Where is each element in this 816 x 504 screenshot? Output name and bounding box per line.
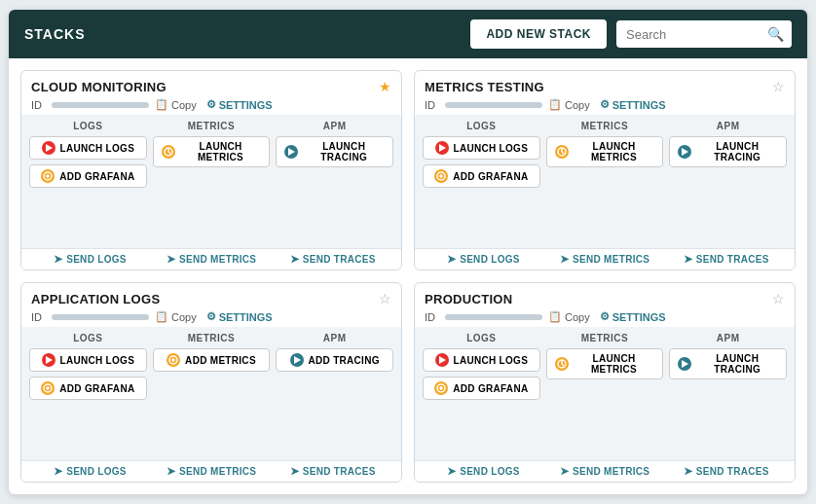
btn-launch-logs[interactable]: LAUNCH LOGS xyxy=(423,136,540,160)
settings-label: SETTINGS xyxy=(612,99,666,111)
stack-title-row: APPLICATION LOGS ☆ xyxy=(31,291,391,306)
btn-add-grafana[interactable]: ADD GRAFANA xyxy=(423,164,540,188)
send-logs-label: SEND LOGS xyxy=(66,466,127,477)
search-input[interactable] xyxy=(616,21,760,48)
send-metrics-link[interactable]: ➤ SEND METRICS xyxy=(151,253,273,266)
copy-icon: 📋 xyxy=(548,310,562,323)
launch-metrics-icon xyxy=(162,145,175,159)
apm-col: APM LAUNCH TRACING xyxy=(669,121,787,242)
btn-label: LAUNCH METRICS xyxy=(574,141,655,162)
settings-button[interactable]: ⚙ SETTINGS xyxy=(206,98,273,111)
metrics-col: METRICS LAUNCH METRICS xyxy=(546,121,664,242)
star-filled-icon[interactable]: ★ xyxy=(379,79,391,94)
btn-add-grafana[interactable]: ADD GRAFANA xyxy=(29,377,147,400)
add-grafana-icon xyxy=(434,169,448,183)
send-logs-label: SEND LOGS xyxy=(460,466,520,477)
send-metrics-label: SEND METRICS xyxy=(179,254,256,265)
apm-col-title: APM xyxy=(717,121,740,131)
btn-launch-logs[interactable]: LAUNCH LOGS xyxy=(29,136,147,160)
id-and-actions: ID 📋 Copy ⚙ SETTINGS xyxy=(31,310,391,323)
search-container: 🔍 xyxy=(616,20,792,48)
add-grafana-icon xyxy=(41,169,55,183)
btn-launch-tracing[interactable]: LAUNCH TRACING xyxy=(669,136,787,167)
btn-label: LAUNCH LOGS xyxy=(454,143,529,154)
copy-label: Copy xyxy=(171,311,197,323)
btn-add-metrics[interactable]: ADD METRICS xyxy=(153,348,271,372)
settings-button[interactable]: ⚙ SETTINGS xyxy=(600,98,666,111)
copy-icon: 📋 xyxy=(155,310,168,323)
add-new-stack-button[interactable]: ADD NEW STACK xyxy=(470,19,607,49)
metrics-col-title: METRICS xyxy=(188,121,236,131)
send-row: ➤ SEND LOGS ➤ SEND METRICS ➤ SEND TRACES xyxy=(21,248,401,270)
send-metrics-arrow-icon: ➤ xyxy=(560,465,569,478)
search-icon-button[interactable]: 🔍 xyxy=(760,20,792,48)
copy-button[interactable]: 📋 Copy xyxy=(155,310,197,323)
stack-header: APPLICATION LOGS ☆ ID 📋 Copy ⚙ SETTINGS xyxy=(21,283,401,327)
svg-marker-16 xyxy=(46,356,53,364)
copy-button[interactable]: 📋 Copy xyxy=(548,310,590,323)
send-row: ➤ SEND LOGS ➤ SEND METRICS ➤ SEND TRACES xyxy=(415,248,795,270)
btn-launch-logs[interactable]: LAUNCH LOGS xyxy=(423,348,540,372)
btn-add-grafana[interactable]: ADD GRAFANA xyxy=(29,164,147,188)
send-traces-arrow-icon: ➤ xyxy=(290,253,299,266)
send-logs-link[interactable]: ➤ SEND LOGS xyxy=(423,465,544,478)
send-logs-link[interactable]: ➤ SEND LOGS xyxy=(29,465,151,478)
send-traces-label: SEND TRACES xyxy=(303,466,376,477)
star-empty-icon[interactable]: ☆ xyxy=(772,79,785,94)
header: STACKS ADD NEW STACK 🔍 xyxy=(9,10,807,58)
send-traces-label: SEND TRACES xyxy=(303,254,376,265)
stack-card-application-logs: APPLICATION LOGS ☆ ID 📋 Copy ⚙ SETTINGS … xyxy=(20,282,402,483)
send-traces-link[interactable]: ➤ SEND TRACES xyxy=(272,465,393,478)
star-empty-icon[interactable]: ☆ xyxy=(772,291,785,306)
launch-metrics-icon xyxy=(555,357,569,371)
stack-card-metrics-testing: METRICS TESTING ☆ ID 📋 Copy ⚙ SETTINGS L… xyxy=(414,70,796,270)
btn-launch-tracing[interactable]: LAUNCH TRACING xyxy=(276,136,393,167)
btn-launch-metrics[interactable]: LAUNCH METRICS xyxy=(546,136,664,167)
launch-logs-icon xyxy=(435,141,449,155)
logs-col: LOGS LAUNCH LOGS ADD GRAFANA xyxy=(29,333,147,454)
settings-button[interactable]: ⚙ SETTINGS xyxy=(206,310,273,323)
apm-col: APM LAUNCH TRACING xyxy=(669,333,787,454)
btn-label: ADD GRAFANA xyxy=(453,171,528,182)
send-logs-link[interactable]: ➤ SEND LOGS xyxy=(423,253,544,266)
send-logs-link[interactable]: ➤ SEND LOGS xyxy=(29,253,151,266)
btn-label: LAUNCH TRACING xyxy=(696,353,778,375)
send-traces-arrow-icon: ➤ xyxy=(290,465,299,478)
send-logs-arrow-icon: ➤ xyxy=(54,253,62,266)
settings-button[interactable]: ⚙ SETTINGS xyxy=(600,310,666,323)
send-metrics-link[interactable]: ➤ SEND METRICS xyxy=(151,465,273,478)
logs-col-title: LOGS xyxy=(73,121,102,131)
send-metrics-label: SEND METRICS xyxy=(573,466,649,477)
btn-launch-metrics[interactable]: LAUNCH METRICS xyxy=(546,348,664,379)
btn-launch-logs[interactable]: LAUNCH LOGS xyxy=(29,348,147,372)
btn-label: LAUNCH METRICS xyxy=(574,353,655,375)
launch-logs-icon xyxy=(42,141,56,155)
copy-button[interactable]: 📋 Copy xyxy=(155,98,197,111)
id-label: ID xyxy=(31,99,42,111)
btn-launch-metrics[interactable]: LAUNCH METRICS xyxy=(153,136,271,167)
send-traces-label: SEND TRACES xyxy=(696,466,769,477)
stack-name: APPLICATION LOGS xyxy=(31,292,160,306)
btn-launch-tracing[interactable]: LAUNCH TRACING xyxy=(669,348,787,379)
star-empty-icon[interactable]: ☆ xyxy=(379,291,391,306)
send-logs-arrow-icon: ➤ xyxy=(447,253,456,266)
id-and-actions: ID 📋 Copy ⚙ SETTINGS xyxy=(425,310,785,323)
btn-add-grafana[interactable]: ADD GRAFANA xyxy=(423,377,540,400)
send-logs-arrow-icon: ➤ xyxy=(447,465,456,478)
launch-metrics-icon xyxy=(555,145,569,159)
btn-label: ADD GRAFANA xyxy=(453,383,528,394)
stack-name: METRICS TESTING xyxy=(425,80,544,94)
send-traces-link[interactable]: ➤ SEND TRACES xyxy=(272,253,393,266)
send-metrics-link[interactable]: ➤ SEND METRICS xyxy=(544,253,666,266)
btn-add-tracing[interactable]: ADD TRACING xyxy=(276,348,393,372)
send-traces-link[interactable]: ➤ SEND TRACES xyxy=(665,465,787,478)
send-traces-label: SEND TRACES xyxy=(696,254,769,265)
search-icon: 🔍 xyxy=(767,26,784,42)
btn-label: LAUNCH LOGS xyxy=(60,355,135,366)
stack-name: PRODUCTION xyxy=(425,292,512,306)
send-traces-link[interactable]: ➤ SEND TRACES xyxy=(665,253,787,266)
apm-col: APM ADD TRACING xyxy=(276,333,393,454)
copy-button[interactable]: 📋 Copy xyxy=(548,98,590,111)
id-label: ID xyxy=(31,311,42,323)
send-metrics-link[interactable]: ➤ SEND METRICS xyxy=(544,465,666,478)
